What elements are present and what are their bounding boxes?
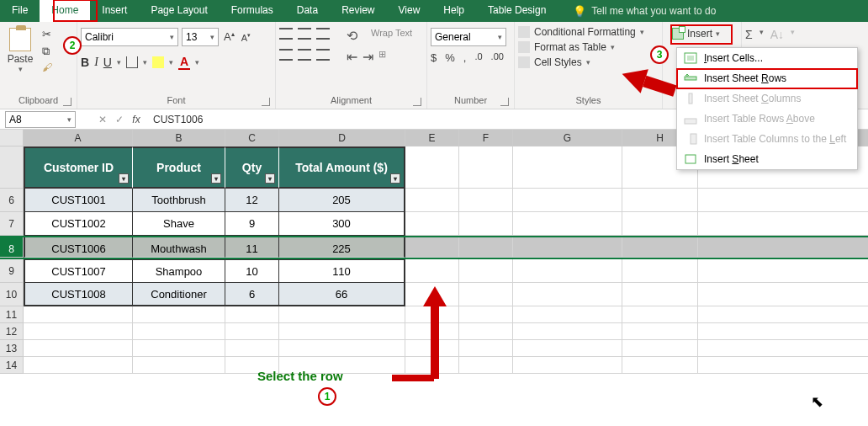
col-header-A[interactable]: A	[24, 130, 133, 146]
cell[interactable]	[279, 323, 405, 340]
cell[interactable]	[698, 259, 868, 283]
increase-font-button[interactable]: A▴	[222, 30, 236, 43]
decrease-indent-button[interactable]: ⇤	[347, 49, 357, 65]
format-painter-button[interactable]	[42, 61, 57, 75]
cell[interactable]	[225, 306, 279, 323]
cell[interactable]: 12	[225, 189, 279, 212]
cell[interactable]	[405, 212, 459, 236]
cell[interactable]	[698, 323, 868, 340]
cell[interactable]	[459, 283, 513, 306]
cell[interactable]: 9	[225, 212, 279, 236]
number-format-combo[interactable]: General▾	[431, 28, 506, 46]
cell[interactable]	[225, 340, 279, 357]
cell[interactable]: CUST1001	[24, 189, 133, 212]
cell[interactable]	[622, 237, 698, 258]
cell[interactable]: 110	[279, 259, 405, 283]
cell[interactable]	[459, 237, 513, 258]
insert-split-button[interactable]: Insert ▾	[666, 24, 726, 43]
cell[interactable]	[698, 357, 868, 374]
cell[interactable]: 10	[225, 259, 279, 283]
dialog-launcher-icon[interactable]	[262, 98, 270, 106]
cell[interactable]	[405, 146, 459, 189]
row-header-7[interactable]: 7	[0, 212, 24, 236]
tab-file[interactable]: File	[0, 0, 40, 22]
filter-dropdown-icon[interactable]: ▾	[119, 173, 129, 184]
table-header[interactable]: Qty▾	[225, 146, 279, 189]
autosum-button[interactable]: Σ	[745, 28, 753, 41]
cell[interactable]	[622, 189, 698, 212]
cell[interactable]: CUST1007	[24, 259, 133, 283]
table-header[interactable]: Customer ID▾	[24, 146, 133, 189]
cell[interactable]	[24, 357, 133, 374]
cell[interactable]	[459, 189, 513, 212]
cell-styles-button[interactable]: Cell Styles▾	[518, 56, 590, 68]
cell[interactable]	[513, 212, 622, 236]
tab-help[interactable]: Help	[431, 0, 476, 22]
align-top-button[interactable]	[279, 28, 293, 40]
wrap-text-button[interactable]: Wrap Text	[371, 28, 412, 44]
cell[interactable]	[405, 189, 459, 212]
cell[interactable]: 6	[225, 283, 279, 306]
dialog-launcher-icon[interactable]	[500, 98, 509, 106]
decrease-font-button[interactable]: A▾	[240, 32, 252, 43]
tab-insert[interactable]: Insert	[90, 0, 139, 22]
cell[interactable]	[133, 323, 225, 340]
paste-button[interactable]: Paste ▾	[3, 24, 37, 73]
dd-insert-sheet-rows[interactable]: Insert Sheet Rows	[677, 68, 857, 88]
row-header-10[interactable]: 10	[0, 283, 24, 306]
cell[interactable]	[24, 306, 133, 323]
cell[interactable]: CUST1008	[24, 283, 133, 306]
fill-color-button[interactable]	[152, 56, 164, 68]
merge-center-button[interactable]: ⊞	[378, 49, 386, 65]
cell[interactable]	[133, 357, 225, 374]
cell[interactable]	[622, 212, 698, 236]
italic-button[interactable]: I	[94, 56, 98, 69]
tab-review[interactable]: Review	[330, 0, 386, 22]
tab-table-design[interactable]: Table Design	[476, 0, 558, 22]
cancel-formula-button[interactable]: ✕	[94, 114, 111, 125]
cell[interactable]: Mouthwash	[133, 237, 225, 258]
filter-dropdown-icon[interactable]: ▾	[211, 173, 221, 184]
cell[interactable]	[225, 323, 279, 340]
cell[interactable]	[513, 306, 622, 323]
cell[interactable]	[698, 340, 868, 357]
row-header-11[interactable]: 11	[0, 306, 24, 323]
cell[interactable]: Shampoo	[133, 259, 225, 283]
row-header-14[interactable]: 14	[0, 357, 24, 374]
align-middle-button[interactable]	[298, 28, 311, 40]
name-box[interactable]: A8▾	[5, 111, 76, 128]
align-left-button[interactable]	[279, 49, 293, 61]
format-as-table-button[interactable]: Format as Table▾	[518, 41, 615, 53]
row-header-6[interactable]: 6	[0, 189, 24, 212]
col-header-B[interactable]: B	[133, 130, 225, 146]
cell[interactable]	[698, 212, 868, 236]
cell[interactable]: 11	[225, 237, 279, 258]
tab-view[interactable]: View	[387, 0, 432, 22]
cell[interactable]	[459, 212, 513, 236]
font-name-combo[interactable]: Calibri▾	[81, 28, 178, 46]
filter-dropdown-icon[interactable]: ▾	[265, 173, 275, 184]
tab-formulas[interactable]: Formulas	[220, 0, 285, 22]
cell[interactable]	[405, 237, 459, 258]
cell[interactable]	[698, 237, 868, 258]
row-header-8[interactable]: 8	[0, 237, 24, 258]
cell[interactable]	[279, 306, 405, 323]
cell[interactable]: CUST1006	[24, 237, 133, 258]
cell[interactable]	[279, 340, 405, 357]
tab-home[interactable]: Home	[40, 0, 90, 22]
row-header-13[interactable]: 13	[0, 340, 24, 357]
increase-indent-button[interactable]: ⇥	[363, 49, 373, 65]
cell[interactable]	[622, 340, 698, 357]
decrease-decimal-button[interactable]: .00	[491, 51, 504, 64]
cell[interactable]	[459, 357, 513, 374]
row-header[interactable]	[0, 146, 24, 189]
cell[interactable]	[513, 259, 622, 283]
cell[interactable]	[24, 340, 133, 357]
cell[interactable]: Conditioner	[133, 283, 225, 306]
tab-page-layout[interactable]: Page Layout	[139, 0, 219, 22]
dialog-launcher-icon[interactable]	[413, 98, 421, 106]
orientation-button[interactable]: ⟲	[347, 28, 357, 44]
cell[interactable]	[24, 323, 133, 340]
cell[interactable]	[459, 340, 513, 357]
cell[interactable]: Shave	[133, 212, 225, 236]
